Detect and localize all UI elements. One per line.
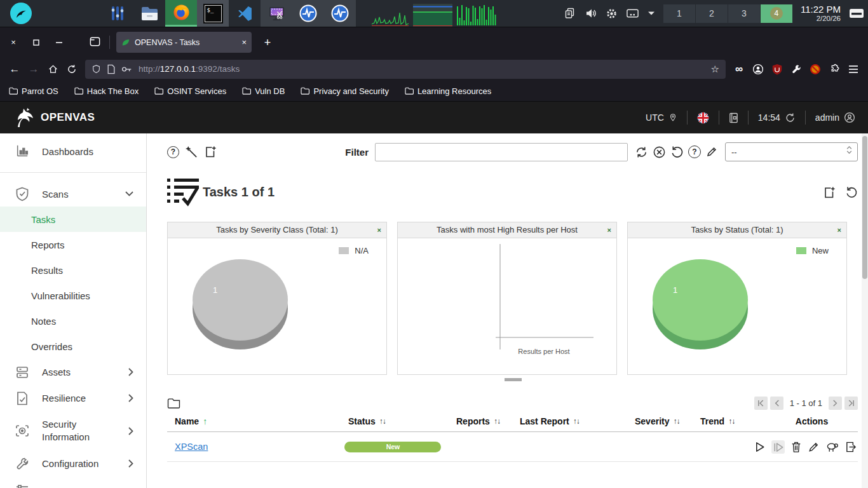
- tray-drawer-icon[interactable]: [849, 7, 864, 20]
- reset-filter-icon[interactable]: [670, 146, 684, 159]
- language-flag-icon[interactable]: [697, 112, 709, 124]
- wizard-wand-icon[interactable]: [185, 146, 198, 159]
- empty-bar-chart[interactable]: [398, 238, 607, 365]
- first-page-icon[interactable]: [754, 396, 768, 410]
- start-task-icon[interactable]: [754, 441, 766, 453]
- gear-icon[interactable]: [606, 8, 618, 20]
- card-close-icon[interactable]: ×: [607, 222, 611, 238]
- next-page-icon[interactable]: [829, 396, 842, 410]
- account-icon[interactable]: [749, 60, 768, 78]
- shield-icon[interactable]: [92, 64, 101, 74]
- parrot-menu-icon[interactable]: [10, 3, 32, 24]
- window-minimize-icon[interactable]: [52, 36, 66, 50]
- sidebar-item-security-information[interactable]: Security Information: [0, 411, 146, 451]
- new-task-icon[interactable]: [823, 186, 836, 199]
- manual-book-icon[interactable]: [729, 112, 738, 123]
- column-header-status[interactable]: Status↑↓: [348, 416, 456, 426]
- clear-filter-icon[interactable]: [653, 146, 666, 159]
- terminal-icon[interactable]: $_: [197, 0, 229, 27]
- severity-pie-chart[interactable]: [189, 246, 291, 355]
- clipboard-manager-icon[interactable]: [564, 7, 576, 20]
- sidebar-item-results[interactable]: Results: [0, 257, 146, 283]
- filter-help-icon[interactable]: ?: [688, 146, 701, 158]
- back-icon[interactable]: ←: [5, 60, 24, 78]
- containers-icon[interactable]: ∞: [729, 60, 749, 78]
- settings-sliders-icon[interactable]: [102, 0, 133, 27]
- file-manager-icon[interactable]: [133, 0, 165, 27]
- sidebar-item-dashboards[interactable]: Dashboards: [0, 139, 146, 164]
- filter-preset-select[interactable]: --: [725, 142, 858, 161]
- firefox-view-icon[interactable]: [89, 36, 101, 48]
- bookmark-folder[interactable]: Parrot OS: [9, 86, 58, 96]
- user-menu[interactable]: admin: [815, 112, 855, 123]
- workspace-2[interactable]: 2: [696, 4, 728, 23]
- new-task-icon[interactable]: [204, 146, 217, 158]
- dashboard-scroll-nub[interactable]: [505, 378, 522, 381]
- wrench-icon[interactable]: [787, 60, 806, 78]
- vscode-icon[interactable]: [229, 0, 261, 27]
- url-text[interactable]: http://127.0.0.1:9392/tasks: [139, 64, 705, 74]
- cpu-history-graph[interactable]: [372, 4, 409, 27]
- forward-icon[interactable]: →: [24, 60, 43, 78]
- edit-pencil-icon[interactable]: [808, 441, 820, 453]
- sidebar-item-administration[interactable]: [0, 477, 146, 488]
- menu-hamburger-icon[interactable]: [844, 60, 863, 78]
- bookmark-folder[interactable]: OSINT Services: [154, 86, 226, 96]
- bookmark-star-icon[interactable]: ☆: [711, 64, 719, 75]
- home-icon[interactable]: [43, 60, 62, 78]
- prev-page-icon[interactable]: [770, 396, 783, 410]
- system-monitor-icon[interactable]: [292, 0, 324, 27]
- column-header-trend[interactable]: Trend↑↓: [700, 416, 766, 426]
- window-maximize-icon[interactable]: [29, 36, 43, 50]
- sidebar-item-resilience[interactable]: Resilience: [0, 385, 146, 411]
- status-pie-chart[interactable]: [649, 246, 751, 355]
- sidebar-item-configuration[interactable]: Configuration: [0, 451, 146, 477]
- tab-close-icon[interactable]: ×: [241, 37, 247, 47]
- reload-list-icon[interactable]: [845, 186, 858, 199]
- column-header-name[interactable]: Name↑: [175, 416, 348, 426]
- firefox-icon[interactable]: [165, 0, 197, 27]
- reload-icon[interactable]: [62, 60, 81, 78]
- bookmark-folder[interactable]: Learning Resources: [405, 86, 491, 96]
- column-header-severity[interactable]: Severity↑↓: [635, 416, 700, 426]
- system-monitor-icon-2[interactable]: [324, 0, 356, 27]
- edit-filter-icon[interactable]: [705, 146, 718, 158]
- browser-tab[interactable]: OPENVAS - Tasks ×: [116, 32, 252, 53]
- workspace-3[interactable]: 3: [728, 4, 760, 23]
- last-page-icon[interactable]: [844, 396, 858, 410]
- clone-sheep-icon[interactable]: [825, 441, 839, 453]
- delete-trash-icon[interactable]: [790, 441, 802, 453]
- screenshot-tool-icon[interactable]: [261, 0, 292, 27]
- tags-folder-icon[interactable]: [167, 398, 180, 409]
- volume-icon[interactable]: [585, 7, 597, 20]
- scrollbar-thumb[interactable]: [862, 136, 867, 279]
- noscript-icon[interactable]: [806, 60, 825, 78]
- openvas-logo[interactable]: OPENVAS: [13, 107, 95, 128]
- chevron-down-icon[interactable]: [648, 11, 655, 16]
- update-filter-icon[interactable]: [635, 146, 648, 159]
- sidebar-item-vulnerabilities[interactable]: Vulnerabilities: [0, 283, 146, 308]
- select-stepper-icons[interactable]: [846, 146, 852, 154]
- bookmark-folder[interactable]: Vuln DB: [242, 86, 285, 96]
- workspace-1[interactable]: 1: [663, 4, 695, 23]
- task-name-link[interactable]: XPScan: [175, 442, 208, 452]
- window-close-icon[interactable]: ×: [6, 36, 20, 50]
- card-close-icon[interactable]: ×: [837, 222, 841, 238]
- export-icon[interactable]: [844, 441, 857, 453]
- sidebar-item-assets[interactable]: Assets: [0, 359, 146, 385]
- bookmark-folder[interactable]: Privacy and Security: [301, 86, 389, 96]
- session-timer[interactable]: 14:54: [758, 112, 796, 123]
- timezone-selector[interactable]: UTC: [646, 112, 677, 123]
- help-icon[interactable]: ?: [167, 146, 179, 158]
- column-header-reports[interactable]: Reports↑↓: [456, 416, 520, 426]
- sidebar-item-notes[interactable]: Notes: [0, 308, 146, 334]
- insecure-key-icon[interactable]: [121, 65, 133, 73]
- sidebar-item-tasks[interactable]: Tasks: [0, 207, 146, 232]
- extensions-puzzle-icon[interactable]: [825, 60, 844, 78]
- page-scrollbar[interactable]: [862, 133, 868, 488]
- card-close-icon[interactable]: ×: [377, 222, 381, 238]
- page-info-icon[interactable]: [107, 64, 116, 74]
- workspace-4-active[interactable]: 4: [761, 4, 792, 23]
- sidebar-item-scans[interactable]: Scans: [0, 181, 146, 207]
- resume-task-icon-disabled[interactable]: [771, 440, 785, 454]
